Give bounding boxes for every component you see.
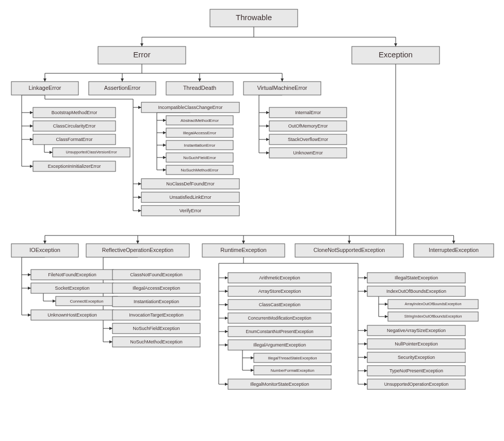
node-ExceptionInInitializerError: ExceptionInInitializerError: [33, 161, 116, 171]
node-Exception: Exception: [352, 46, 440, 64]
node-label-InternalError: InternalError: [295, 110, 321, 115]
node-label-ExceptionInInitializerError: ExceptionInInitializerError: [48, 164, 101, 169]
node-ArrayStoreException: ArrayStoreException: [228, 286, 331, 296]
node-label-NoSuchFieldException: NoSuchFieldException: [133, 326, 180, 331]
node-label-AssertionError: AssertionError: [104, 85, 141, 91]
edge: [44, 145, 53, 152]
node-ClassFormatError: ClassFormatError: [33, 134, 116, 145]
node-UnsupportedClassVersionError: UnsupportedClassVersionError: [53, 148, 130, 157]
node-label-TypeNotPresentException: TypeNotPresentException: [389, 368, 443, 373]
node-label-IllegalStateException: IllegalStateException: [395, 275, 438, 280]
node-label-ConcurrentModificationException: ConcurrentModificationException: [248, 316, 312, 321]
node-label-ClassFormatError: ClassFormatError: [56, 137, 92, 142]
node-label-UnknownHostException: UnknownHostException: [47, 312, 97, 318]
node-label-CloneNotSupportedException: CloneNotSupportedException: [314, 247, 385, 253]
node-ThreadDeath: ThreadDeath: [166, 82, 233, 95]
node-label-NumberFormatException: NumberFormatException: [271, 368, 314, 373]
edge: [43, 293, 56, 301]
node-label-NoSuchMethodError: NoSuchMethodError: [181, 168, 219, 172]
node-label-OutOfMemoryError: OutOfMemoryError: [288, 123, 328, 129]
node-FileNotFoundException: FileNotFoundException: [31, 270, 113, 280]
node-StackOverflowError: StackOverflowError: [269, 134, 347, 145]
node-label-SecurityException: SecurityException: [398, 355, 435, 360]
node-VirtualMachineError: VirtualMachineError: [243, 82, 321, 95]
node-label-UnsupportedOperationException: UnsupportedOperationException: [384, 382, 449, 387]
node-SecurityException: SecurityException: [367, 352, 465, 363]
node-label-VirtualMachineError: VirtualMachineError: [257, 85, 307, 91]
node-IllegalAccessError: IllegalAccessError: [166, 128, 233, 137]
node-NoSuchMethodException: NoSuchMethodException: [112, 337, 200, 347]
node-Throwable: Throwable: [210, 9, 298, 27]
node-Error: Error: [98, 46, 186, 64]
node-InterruptedException: InterruptedException: [414, 244, 494, 257]
node-IllegalArgumentException: IllegalArgumentException: [228, 340, 331, 350]
node-NumberFormatException: NumberFormatException: [254, 366, 331, 375]
node-IllegalMonitorStateException: IllegalMonitorStateException: [228, 379, 331, 389]
node-IllegalStateException: IllegalStateException: [367, 273, 465, 283]
node-label-StringIndexOutOfBoundsException: StringIndexOutOfBoundsException: [404, 314, 462, 319]
node-SocketException: SocketException: [31, 283, 113, 293]
node-OutOfMemoryError: OutOfMemoryError: [269, 121, 347, 131]
node-label-UnsatisfiedLinkError: UnsatisfiedLinkError: [169, 195, 211, 200]
node-label-RuntimeException: RuntimeException: [220, 247, 266, 253]
node-VerifyError: VerifyError: [141, 206, 239, 216]
node-label-UnsupportedClassVersionError: UnsupportedClassVersionError: [66, 150, 117, 154]
node-label-InvocationTargetException: InvocationTargetException: [129, 312, 184, 318]
node-label-ArithmeticException: ArithmeticException: [259, 275, 300, 280]
node-label-UnknownError: UnknownError: [293, 150, 323, 155]
node-label-EnumConstantNotPresentException: EnumConstantNotPresentException: [246, 329, 314, 334]
node-ConnectException: ConnectException: [56, 296, 118, 306]
node-IllegalThreadStateException: IllegalThreadStateException: [254, 353, 331, 363]
node-label-StackOverflowError: StackOverflowError: [288, 137, 328, 142]
node-NullPointerException: NullPointerException: [367, 339, 465, 349]
node-NoSuchMethodError: NoSuchMethodError: [166, 165, 233, 175]
node-ClassNotFoundException: ClassNotFoundException: [112, 270, 200, 280]
throwable-hierarchy-diagram: ThrowableErrorExceptionLinkageErrorAsser…: [6, 6, 498, 435]
node-label-NoSuchMethodException: NoSuchMethodException: [130, 339, 183, 344]
node-ConcurrentModificationException: ConcurrentModificationException: [228, 313, 331, 323]
node-NoSuchFieldError: NoSuchFieldError: [166, 153, 233, 162]
node-label-Throwable: Throwable: [236, 13, 272, 22]
node-label-IllegalAccessError: IllegalAccessError: [183, 131, 217, 135]
node-UnknownError: UnknownError: [269, 148, 347, 158]
node-LinkageError: LinkageError: [11, 82, 78, 95]
node-label-IllegalAccessException: IllegalAccessException: [133, 286, 180, 291]
node-label-InstantiationException: InstantiationException: [134, 299, 179, 304]
node-IOException: IOException: [11, 244, 78, 257]
node-ArrayIndexOutOfBoundsException: ArrayIndexOutOfBoundsException: [388, 300, 478, 309]
node-StringIndexOutOfBoundsException: StringIndexOutOfBoundsException: [388, 312, 478, 321]
node-label-ReflectiveOperationException: ReflectiveOperationException: [102, 247, 173, 253]
node-InternalError: InternalError: [269, 107, 347, 118]
node-label-BootstrapMethodError: BootstrapMethodError: [52, 110, 97, 115]
node-label-IllegalMonitorStateException: IllegalMonitorStateException: [250, 382, 309, 387]
node-ArithmeticException: ArithmeticException: [228, 273, 331, 283]
node-label-NoClassDefFoundError: NoClassDefFoundError: [166, 181, 215, 186]
node-label-IncompatibleClassChangeError: IncompatibleClassChangeError: [158, 105, 222, 110]
node-label-NullPointerException: NullPointerException: [395, 341, 438, 346]
node-CloneNotSupportedException: CloneNotSupportedException: [295, 244, 403, 257]
node-label-ArrayStoreException: ArrayStoreException: [258, 289, 301, 294]
node-label-InterruptedException: InterruptedException: [429, 247, 479, 253]
node-label-ClassCircularityError: ClassCircularityError: [53, 123, 96, 129]
node-label-ThreadDeath: ThreadDeath: [183, 85, 216, 91]
node-label-NoSuchFieldError: NoSuchFieldError: [183, 155, 216, 160]
node-label-ClassNotFoundException: ClassNotFoundException: [130, 272, 183, 277]
node-label-ConnectException: ConnectException: [70, 299, 104, 304]
node-InstantiationError: InstantiationError: [166, 140, 233, 150]
node-label-Error: Error: [133, 50, 150, 59]
node-label-ClassCastException: ClassCastException: [259, 302, 301, 307]
node-label-AbstractMethodError: AbstractMethodError: [181, 118, 219, 123]
node-IndexOutOfBoundsException: IndexOutOfBoundsException: [367, 286, 465, 296]
node-IllegalAccessException: IllegalAccessException: [112, 283, 200, 293]
node-NegativeArraySizeException: NegativeArraySizeException: [367, 325, 465, 336]
node-UnsupportedOperationException: UnsupportedOperationException: [367, 379, 465, 389]
node-ClassCircularityError: ClassCircularityError: [33, 121, 116, 131]
node-label-FileNotFoundException: FileNotFoundException: [48, 272, 96, 277]
node-EnumConstantNotPresentException: EnumConstantNotPresentException: [228, 326, 331, 337]
node-label-LinkageError: LinkageError: [29, 85, 61, 91]
node-label-Exception: Exception: [379, 50, 413, 59]
node-UnsatisfiedLinkError: UnsatisfiedLinkError: [141, 192, 239, 202]
node-ReflectiveOperationException: ReflectiveOperationException: [86, 244, 189, 257]
node-TypeNotPresentException: TypeNotPresentException: [367, 366, 465, 376]
node-InvocationTargetException: InvocationTargetException: [112, 310, 200, 320]
